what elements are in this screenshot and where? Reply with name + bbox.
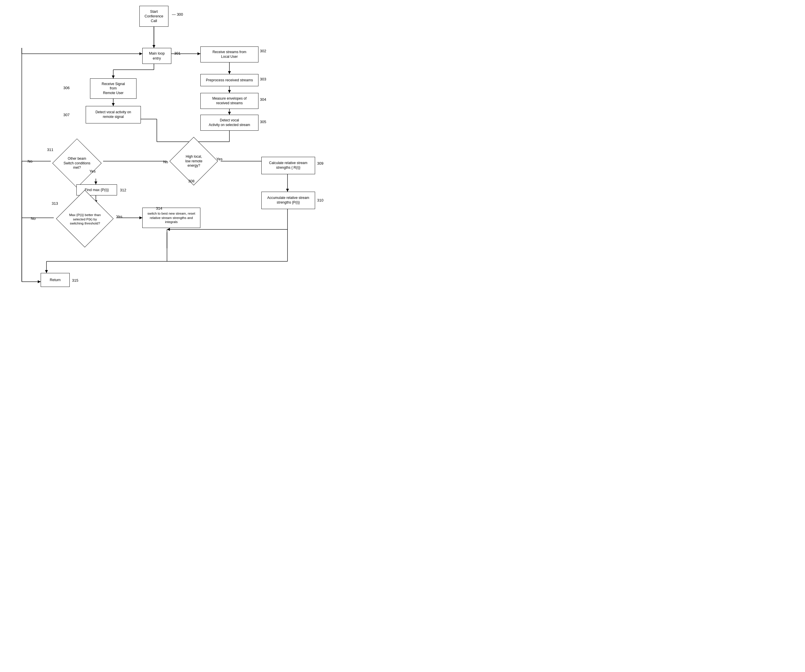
ref-314: 314 [156,206,162,210]
receive-remote-box: Receive Signal from Remote User [90,79,136,99]
svg-marker-15 [112,103,115,106]
svg-marker-32 [94,181,97,184]
switch-stream-box: switch to best new stream, reset relativ… [142,208,200,228]
ref-315: 315 [72,278,79,283]
svg-marker-36 [38,280,41,283]
ref-307: 307 [63,113,70,117]
ref-308: 308 [188,179,195,183]
ref-304: 304 [260,97,266,102]
ref-300: — 300 [172,12,183,16]
svg-marker-30 [167,228,170,231]
max-better-diamond: Max {P(i)} better than selected P(k) by … [54,202,116,237]
svg-marker-27 [286,189,289,192]
ref-303: 303 [260,77,266,81]
ref-312: 312 [120,188,127,192]
label-no-max: No [31,216,36,221]
label-yes-max: Yes [116,214,122,219]
other-beam-diamond: Other beam Switch conditions met? [51,148,103,179]
high-local-diamond: High local, low remote energy? [167,146,221,177]
accum-relative-box: Accumulate relative stream strengths {P(… [261,192,315,209]
ref-310: 310 [317,198,324,202]
detect-vocal-local-box: Detect vocal Activity on selected stream [200,115,258,131]
label-no-high: No [163,160,168,164]
svg-marker-13 [112,76,115,79]
label-yes-high: Yes [216,157,222,161]
calc-relative-box: Calculate relative stream strengths { R(… [261,157,315,174]
ref-313: 313 [52,201,58,205]
svg-marker-5 [228,71,231,74]
ref-302: 302 [260,49,266,53]
svg-marker-40 [140,216,142,219]
flowchart-diagram: Start Conference Call — 300 Main loop en… [0,0,348,319]
ref-311: 311 [47,148,53,152]
svg-marker-9 [228,112,231,115]
svg-marker-52 [140,52,142,55]
ref-306: 306 [63,85,70,90]
label-no-other: No [28,159,33,164]
svg-marker-47 [45,270,48,273]
svg-marker-3 [197,52,200,55]
detect-vocal-remote-box: Detect vocal activity on remote signal [85,106,141,123]
preprocess-box: Preprocess received streams [200,74,258,86]
start-box: Start Conference Call [140,6,168,27]
return-box: Return [41,273,70,287]
ref-309: 309 [317,161,324,166]
ref-305: 305 [260,120,266,124]
receive-local-box: Receive streams from Local User [200,46,258,62]
measure-box: Measure envelopes of received streams [200,93,258,109]
svg-marker-7 [228,90,231,93]
svg-marker-1 [153,45,155,48]
main-loop-box: Main loop entry [142,48,171,64]
ref-301: 301 [174,51,181,56]
